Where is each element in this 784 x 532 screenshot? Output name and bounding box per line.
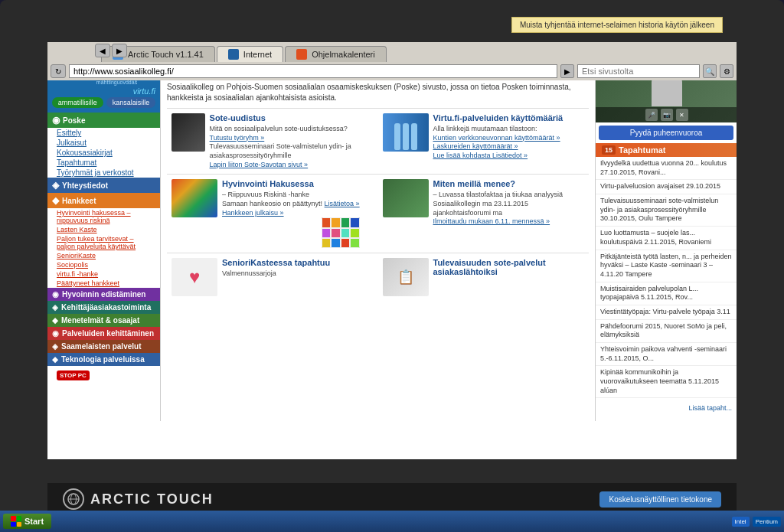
ilmoittaudu-link[interactable]: Ilmoittaudu mukaan 6.11. mennessä »	[433, 217, 550, 225]
tab-calendar[interactable]: Ohjelmakalenteri	[285, 46, 387, 62]
video-mic-btn[interactable]: 🎤	[645, 109, 658, 121]
hanke-link-0[interactable]: Hyvinvointi hakusessa – riippuvuus riski…	[47, 208, 160, 225]
event-item-2: Tulevaisuusseminaari sote-valmistelun yd…	[596, 194, 737, 227]
poske-label: Poske	[63, 116, 85, 125]
hyvoinnin-label: Hyvoinnin edistäminen	[62, 290, 145, 299]
news-card-hyvinvointi: Hyvinvointi Hakusessa – Riippuvuus Riski…	[167, 174, 378, 253]
menetelmat-label: Menetelmät & osaajat	[61, 316, 139, 325]
event-item-1: Virtu-palveluosion avajaiset 29.10.2015	[596, 180, 737, 194]
start-button[interactable]: Start	[3, 514, 51, 529]
sidebar-section-poske: ◉ Poske	[47, 113, 160, 128]
virtu-label: virtu.fi	[52, 86, 155, 96]
pentium-badge: Pentium	[753, 517, 781, 527]
forward-button[interactable]: ▶	[112, 44, 127, 57]
hanke-link-4[interactable]: Sociopolis	[47, 260, 160, 269]
news-link-virtu2[interactable]: Laskureiden käyttömäärät »	[433, 142, 518, 150]
mc5	[322, 228, 332, 238]
request-speech-button[interactable]: Pyydä puheenvuoroa	[599, 126, 733, 140]
news-link-virtu3[interactable]: Lue lisää kohdasta Lisätiedot »	[433, 152, 528, 159]
news-title-hyvinvointi: Hyvinvointi Hakusessa	[222, 179, 360, 188]
mc7	[341, 228, 351, 238]
go-button[interactable]: ▶	[560, 64, 574, 78]
news-link-sote[interactable]: Tutustu työryhm »	[210, 134, 265, 142]
event-item-4: Pitkäjänteistä työtä lasten, n... ja per…	[596, 250, 737, 282]
news-card-virtu: Virtu.fi-palveluiden käyttömääriä Alla l…	[378, 108, 590, 174]
news-title-virtu: Virtu.fi-palveluiden käyttömääriä	[433, 113, 564, 122]
menetelmat-icon: ◆	[52, 316, 58, 325]
sidebar-link-kokous[interactable]: Kokousasiakirjat	[47, 148, 160, 158]
hanke-link-1[interactable]: Lasten Kaste	[47, 225, 160, 234]
kehittaja-label: Kehittäjäasiakastoiminta	[61, 303, 151, 312]
hankkeet-label: Hankkeet	[62, 197, 96, 205]
news-card-seniori: ♥ SenioriKasteessa tapahtuu Valmennussar…	[167, 253, 378, 301]
lisatietoa-link[interactable]: Lisätietoa »	[325, 200, 360, 207]
news-content-hyvinvointi: Hyvinvointi Hakusessa – Riippuvuus Riski…	[222, 179, 360, 248]
news-link-sote2[interactable]: Lapin liiton Sote-Savotan sivut »	[210, 161, 309, 168]
address-bar[interactable]	[69, 64, 557, 78]
poske-icon: ◉	[52, 115, 60, 126]
mosaic-thumb	[322, 217, 360, 248]
tab-calendar-label: Ohjelmakalenteri	[312, 50, 375, 59]
hanke-link-2[interactable]: Paljon tukea tarvitsevat – paljon palvel…	[47, 234, 160, 251]
video-end-btn[interactable]: ✕	[676, 109, 688, 121]
win-quad-3	[11, 522, 16, 527]
hanke-link-3[interactable]: SenioriKaste	[47, 251, 160, 260]
yhteystiedot-label: Yhteystiedot	[62, 181, 108, 190]
bottle3	[411, 123, 417, 150]
back-button[interactable]: ◀	[95, 44, 110, 57]
mc4	[350, 217, 360, 227]
center-area: Pääsivu f t g+ ▶ Tervetuloa Sosiaalikoll…	[161, 42, 595, 421]
arctic-globe-icon	[67, 493, 80, 505]
hanke-julkaisu-link[interactable]: Hankkeen julkaisu »	[222, 209, 284, 217]
news-card-sote: Sote-uudistus Mitä on sosiaalipalvelun s…	[167, 108, 378, 174]
news-body-sote: Mitä on sosiaalipalvelun sote-uudistukse…	[210, 125, 374, 169]
inner-page: Tervetuloa Sosiaalikollegaan! Buresboaht…	[161, 61, 595, 305]
refresh-button[interactable]: ↻	[51, 64, 66, 78]
news-thumb-seniori: ♥	[172, 258, 217, 296]
sidebar-section-menetelmat: ◆ Menetelmät & osaajat	[47, 314, 160, 327]
news-title-tulevaisuus: Tulevaisuuden sote-palvelut asiakaslähto…	[433, 258, 585, 276]
arctic-touch-name: Arctic Touch	[90, 491, 214, 508]
events-header: 15 Tapahtumat	[596, 143, 737, 157]
sidebar-link-tyoryhmat[interactable]: Työryhmät ja verkostot	[47, 168, 160, 178]
sidebar-section-teknologia: ◆ Teknologia palveluissa	[47, 353, 160, 366]
mc10	[331, 238, 341, 248]
news-thumb-tulevaisuus: 📋	[383, 258, 429, 296]
events-title: Tapahtumat	[619, 145, 666, 155]
tab-icon-internet	[228, 49, 239, 60]
sidebar-link-esittely[interactable]: Esittely	[47, 128, 160, 138]
stop-area: STOP PC	[52, 369, 155, 382]
news-content-miten: Miten meillä menee? – Luvassa tilastofak…	[433, 179, 564, 248]
events-more-link[interactable]: Lisää tapaht...	[688, 404, 732, 412]
stop-button[interactable]: STOP PC	[57, 370, 90, 380]
touch-screen-button[interactable]: Koskelusnäyttöllinen tietokone	[599, 491, 721, 508]
event-item-9: Kipinää kommunikoihin ja vuorovaikutukse…	[596, 366, 737, 398]
browser-chrome: ◀ ▶ Arctic Touch v1.1.41 Internet Ohjelm…	[47, 42, 737, 80]
hanke-link-6[interactable]: Päättyneet hankkeet	[47, 279, 160, 288]
search-button[interactable]: 🔍	[703, 64, 717, 78]
windows-logo	[11, 516, 21, 527]
yhteystiedot-icon: ◈	[52, 180, 59, 191]
bottle2	[403, 123, 409, 150]
win-quad-4	[17, 522, 22, 527]
ammatillisille-btn[interactable]: ammatillisille	[52, 97, 103, 108]
browser-tabs: ◀ ▶ Arctic Touch v1.1.41 Internet Ohjelm…	[47, 42, 737, 62]
kansalaisille-btn[interactable]: kansalaisille	[106, 97, 156, 108]
hanke-link-5[interactable]: virtu.fi -hanke	[47, 269, 160, 279]
sidebar-link-julkaisut[interactable]: Julkaisut	[47, 138, 160, 148]
mc8	[350, 228, 360, 238]
sidebar-link-tapahtumat[interactable]: Tapahtumat	[47, 158, 160, 168]
settings-button[interactable]: ⚙	[720, 64, 733, 78]
start-label: Start	[24, 517, 44, 526]
screen: ◀ ▶ Arctic Touch v1.1.41 Internet Ohjelm…	[47, 42, 737, 459]
sidebar-section-hankkeet: ◆ Hankkeet	[47, 193, 160, 208]
mc1	[322, 217, 332, 227]
tab-internet[interactable]: Internet	[217, 46, 283, 62]
monitor-bezel: Muista tyhjentää internet-selaimen histo…	[0, 0, 784, 532]
search-bar[interactable]	[577, 64, 700, 78]
video-cam-btn[interactable]: 📷	[661, 109, 673, 121]
event-item-6: Viestintätyöpaja: Virtu-palvele työpaja …	[596, 305, 737, 320]
news-body-miten: – Luvassa tilastofaktaa ja tiiukaa analy…	[433, 191, 564, 227]
news-link-virtu1[interactable]: Kuntien verkkoneuvonnan käyttömäärät »	[433, 134, 560, 142]
hyvoinnin-icon: ◉	[52, 290, 59, 299]
